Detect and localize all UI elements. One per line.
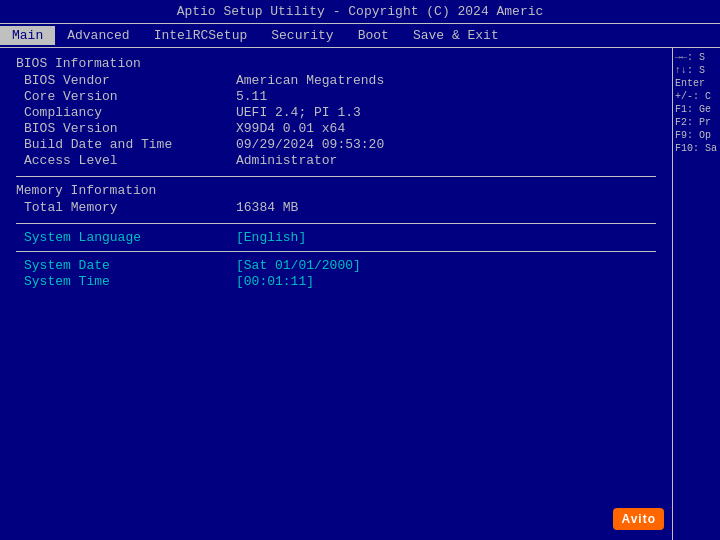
access-level-label: Access Level xyxy=(16,153,236,168)
right-sidebar: →←: S ↑↓: S Enter +/-: C F1: Ge F2: Pr F… xyxy=(672,48,720,540)
memory-info-section: Memory Information Total Memory 16384 MB xyxy=(16,183,656,215)
bios-vendor-row: BIOS Vendor American Megatrends xyxy=(16,73,656,88)
system-language-label: System Language xyxy=(16,230,236,245)
hint-updown: ↑↓: S xyxy=(675,65,718,76)
core-version-value: 5.11 xyxy=(236,89,267,104)
hint-navigate: →←: S xyxy=(675,52,718,63)
menu-item-intelrcsetup[interactable]: IntelRCSetup xyxy=(142,26,260,45)
title-bar: Aptio Setup Utility - Copyright (C) 2024… xyxy=(0,0,720,23)
separator-1 xyxy=(16,176,656,177)
total-memory-row: Total Memory 16384 MB xyxy=(16,200,656,215)
separator-2 xyxy=(16,223,656,224)
separator-3 xyxy=(16,251,656,252)
main-panel: BIOS Information BIOS Vendor American Me… xyxy=(0,48,672,540)
build-date-value: 09/29/2024 09:53:20 xyxy=(236,137,384,152)
compliancy-row: Compliancy UEFI 2.4; PI 1.3 xyxy=(16,105,656,120)
total-memory-label: Total Memory xyxy=(16,200,236,215)
system-language-value[interactable]: [English] xyxy=(236,230,306,245)
hint-f10: F10: Sa xyxy=(675,143,718,154)
bios-version-value: X99D4 0.01 x64 xyxy=(236,121,345,136)
bios-version-label: BIOS Version xyxy=(16,121,236,136)
hint-f1: F1: Ge xyxy=(675,104,718,115)
core-version-label: Core Version xyxy=(16,89,236,104)
compliancy-label: Compliancy xyxy=(16,105,236,120)
core-version-row: Core Version 5.11 xyxy=(16,89,656,104)
system-language-row[interactable]: System Language [English] xyxy=(16,230,656,245)
avito-badge: Avito xyxy=(613,508,664,530)
system-time-row[interactable]: System Time [00:01:11] xyxy=(16,274,656,289)
menu-item-advanced[interactable]: Advanced xyxy=(55,26,141,45)
bios-info-section: BIOS Information BIOS Vendor American Me… xyxy=(16,56,656,168)
system-time-value[interactable]: [00:01:11] xyxy=(236,274,314,289)
bios-screen: Aptio Setup Utility - Copyright (C) 2024… xyxy=(0,0,720,540)
menu-item-save-exit[interactable]: Save & Exit xyxy=(401,26,511,45)
menu-item-boot[interactable]: Boot xyxy=(346,26,401,45)
total-memory-value: 16384 MB xyxy=(236,200,298,215)
memory-info-header: Memory Information xyxy=(16,183,656,198)
build-date-label: Build Date and Time xyxy=(16,137,236,152)
system-date-label: System Date xyxy=(16,258,236,273)
access-level-value: Administrator xyxy=(236,153,337,168)
hint-f2: F2: Pr xyxy=(675,117,718,128)
bios-vendor-label: BIOS Vendor xyxy=(16,73,236,88)
hint-f9: F9: Op xyxy=(675,130,718,141)
system-date-value[interactable]: [Sat 01/01/2000] xyxy=(236,258,361,273)
menu-bar[interactable]: Main Advanced IntelRCSetup Security Boot… xyxy=(0,23,720,48)
access-level-row: Access Level Administrator xyxy=(16,153,656,168)
hint-plusminus: +/-: C xyxy=(675,91,718,102)
system-date-row[interactable]: System Date [Sat 01/01/2000] xyxy=(16,258,656,273)
menu-item-security[interactable]: Security xyxy=(259,26,345,45)
bios-version-row: BIOS Version X99D4 0.01 x64 xyxy=(16,121,656,136)
hint-enter: Enter xyxy=(675,78,718,89)
menu-item-main[interactable]: Main xyxy=(0,26,55,45)
bios-info-header: BIOS Information xyxy=(16,56,656,71)
build-date-row: Build Date and Time 09/29/2024 09:53:20 xyxy=(16,137,656,152)
bios-vendor-value: American Megatrends xyxy=(236,73,384,88)
compliancy-value: UEFI 2.4; PI 1.3 xyxy=(236,105,361,120)
system-time-label: System Time xyxy=(16,274,236,289)
title-text: Aptio Setup Utility - Copyright (C) 2024… xyxy=(177,4,544,19)
content-area: BIOS Information BIOS Vendor American Me… xyxy=(0,48,720,540)
